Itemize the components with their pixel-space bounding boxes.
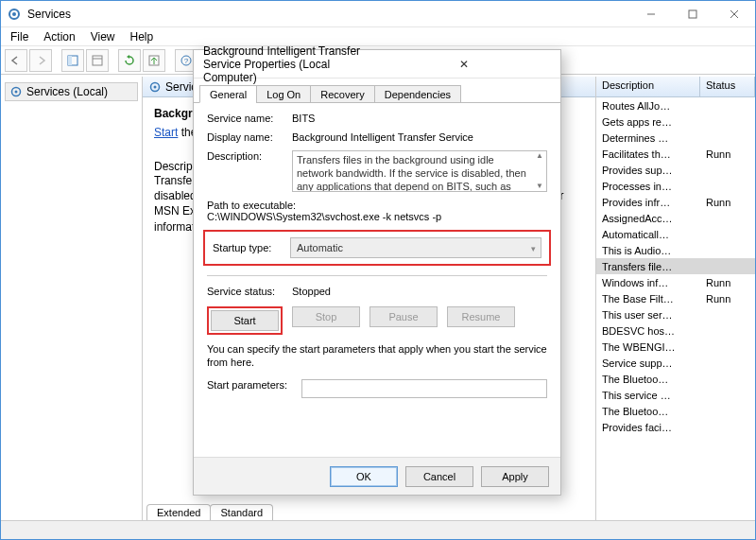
cell-description: BDESVC hos… xyxy=(596,325,700,337)
list-row[interactable]: Provides faci… xyxy=(596,419,755,435)
highlight-startup-type: Startup type: Automatic ▾ xyxy=(203,230,551,266)
list-row[interactable]: The WBENGI… xyxy=(596,339,755,355)
menubar: File Action View Help xyxy=(1,27,755,46)
properties-dialog: Background Intelligent Transfer Service … xyxy=(193,49,561,496)
start-params-input[interactable] xyxy=(301,379,547,398)
tree-root[interactable]: Services (Local) xyxy=(5,82,138,101)
separator xyxy=(167,49,173,72)
start-params-note: You can specify the start parameters tha… xyxy=(207,342,547,370)
list-row[interactable]: This user ser… xyxy=(596,306,755,322)
cell-description: Gets apps re… xyxy=(596,116,700,128)
show-hide-tree-button[interactable] xyxy=(61,49,84,72)
scrollbar[interactable]: ▲▼ xyxy=(533,151,546,191)
close-button[interactable] xyxy=(713,1,755,26)
properties-button[interactable] xyxy=(86,49,109,72)
chevron-down-icon: ▾ xyxy=(531,244,536,253)
menu-help[interactable]: Help xyxy=(125,28,160,45)
menu-view[interactable]: View xyxy=(85,28,121,45)
scroll-up-icon[interactable]: ▲ xyxy=(533,151,546,161)
tab-standard[interactable]: Standard xyxy=(210,504,273,520)
menu-action[interactable]: Action xyxy=(38,28,80,45)
list-row[interactable]: Windows inf…Runn xyxy=(596,274,755,290)
apply-button[interactable]: Apply xyxy=(481,466,549,487)
list-row[interactable]: Transfers file… xyxy=(596,258,755,274)
list-row[interactable]: Determines … xyxy=(596,130,755,146)
list-row[interactable]: Provides infr…Runn xyxy=(596,194,755,210)
cell-description: AssignedAcc… xyxy=(596,213,700,224)
tab-dependencies[interactable]: Dependencies xyxy=(374,85,461,103)
col-status[interactable]: Status xyxy=(700,77,755,96)
statusbar xyxy=(1,520,755,539)
list-row[interactable]: Processes in… xyxy=(596,178,755,194)
cell-description: Service supp… xyxy=(596,357,700,369)
label-path: Path to executable: xyxy=(207,200,547,211)
dialog-footer: OK Cancel Apply xyxy=(194,457,560,495)
close-icon[interactable]: ✕ xyxy=(377,58,551,71)
refresh-button[interactable] xyxy=(118,49,141,72)
list-row[interactable]: This is Audio… xyxy=(596,242,755,258)
label-startup-type: Startup type: xyxy=(213,242,290,253)
cell-description: Transfers file… xyxy=(596,261,700,272)
cell-description: This is Audio… xyxy=(596,245,700,256)
list-pane: Description Status Routes AllJo…Gets app… xyxy=(596,77,755,520)
list-row[interactable]: Facilitates th…Runn xyxy=(596,146,755,162)
description-textbox[interactable]: Transfers files in the background using … xyxy=(292,150,547,192)
startup-type-value: Automatic xyxy=(297,242,343,253)
list-row[interactable]: The Bluetoo… xyxy=(596,371,755,387)
cell-status: Runn xyxy=(700,293,755,305)
menu-file[interactable]: File xyxy=(5,28,34,45)
list-row[interactable]: Provides sup… xyxy=(596,162,755,178)
highlight-start: Start xyxy=(207,306,283,335)
list-row[interactable]: BDESVC hos… xyxy=(596,322,755,339)
maximize-button[interactable] xyxy=(672,1,713,26)
cell-description: The Base Filt… xyxy=(596,293,700,305)
tab-recovery[interactable]: Recovery xyxy=(310,85,374,103)
list-row[interactable]: AssignedAcc… xyxy=(596,210,755,226)
separator xyxy=(207,275,547,276)
cell-description: Determines … xyxy=(596,132,700,144)
cell-description: Provides sup… xyxy=(596,165,700,176)
list-row[interactable]: The Base Filt…Runn xyxy=(596,290,755,306)
dialog-body: Service name: BITS Display name: Backgro… xyxy=(194,103,560,398)
minimize-button[interactable] xyxy=(630,1,672,26)
stop-button: Stop xyxy=(292,306,360,327)
svg-point-18 xyxy=(15,91,18,94)
list-row[interactable]: Automaticall… xyxy=(596,226,755,242)
value-service-status: Stopped xyxy=(292,286,547,297)
start-link[interactable]: Start xyxy=(154,126,178,139)
forward-button[interactable] xyxy=(29,49,52,72)
list-row[interactable]: Gets apps re… xyxy=(596,113,755,130)
list-body[interactable]: Routes AllJo…Gets apps re…Determines …Fa… xyxy=(596,97,755,520)
col-description[interactable]: Description xyxy=(596,77,700,96)
window-title: Services xyxy=(27,8,630,21)
ok-button[interactable]: OK xyxy=(330,466,398,487)
cell-description: Provides faci… xyxy=(596,422,700,433)
cell-status: Runn xyxy=(700,148,755,160)
label-display-name: Display name: xyxy=(207,131,292,143)
startup-type-combo[interactable]: Automatic ▾ xyxy=(290,237,541,258)
list-row[interactable]: Service supp… xyxy=(596,355,755,371)
list-header: Description Status xyxy=(596,77,755,97)
list-row[interactable]: The Bluetoo… xyxy=(596,403,755,419)
cell-description: Windows inf… xyxy=(596,277,700,288)
cell-description: The WBENGI… xyxy=(596,341,700,353)
tab-extended[interactable]: Extended xyxy=(146,504,211,520)
tab-logon[interactable]: Log On xyxy=(256,85,311,103)
scroll-down-icon[interactable]: ▼ xyxy=(533,182,546,191)
separator xyxy=(54,49,60,72)
tree-pane: Services (Local) xyxy=(1,77,143,520)
list-row[interactable]: This service … xyxy=(596,387,755,403)
cell-description: The Bluetoo… xyxy=(596,374,700,385)
back-button[interactable] xyxy=(5,49,27,72)
cell-description: Provides infr… xyxy=(596,197,700,208)
dialog-titlebar: Background Intelligent Transfer Service … xyxy=(194,50,560,78)
cancel-button[interactable]: Cancel xyxy=(405,466,473,487)
cell-description: The Bluetoo… xyxy=(596,406,700,417)
start-button[interactable]: Start xyxy=(211,310,279,331)
service-control-buttons: Start Stop Pause Resume xyxy=(207,306,547,335)
list-row[interactable]: Routes AllJo… xyxy=(596,97,755,113)
cell-description: Facilitates th… xyxy=(596,148,700,160)
label-description: Description: xyxy=(207,150,292,192)
export-button[interactable] xyxy=(143,49,165,72)
tab-general[interactable]: General xyxy=(199,85,257,103)
